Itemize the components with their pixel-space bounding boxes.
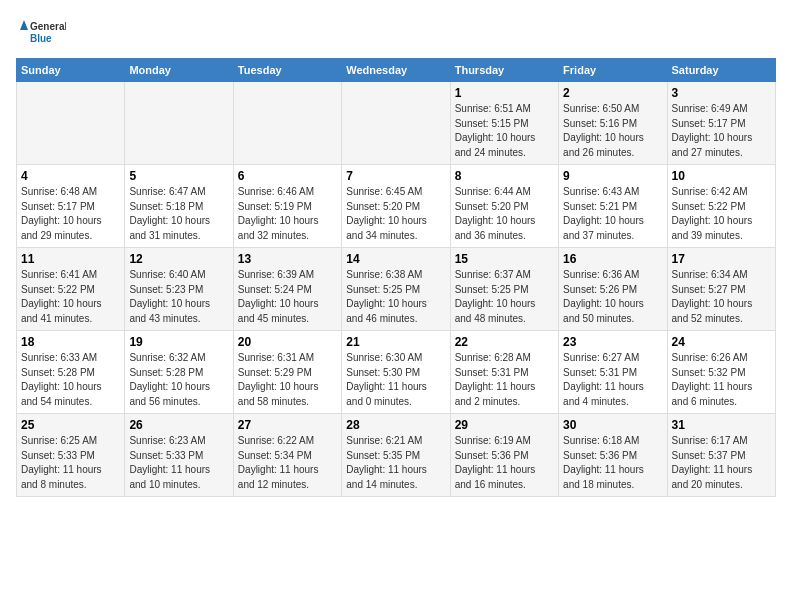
day-number: 23	[563, 335, 662, 349]
calendar-cell: 29Sunrise: 6:19 AMSunset: 5:36 PMDayligh…	[450, 414, 558, 497]
day-number: 13	[238, 252, 337, 266]
day-number: 16	[563, 252, 662, 266]
calendar-cell	[233, 82, 341, 165]
day-number: 25	[21, 418, 120, 432]
day-info: Sunrise: 6:44 AMSunset: 5:20 PMDaylight:…	[455, 185, 554, 243]
calendar-cell: 19Sunrise: 6:32 AMSunset: 5:28 PMDayligh…	[125, 331, 233, 414]
header-cell-sunday: Sunday	[17, 59, 125, 82]
header-cell-tuesday: Tuesday	[233, 59, 341, 82]
day-info: Sunrise: 6:28 AMSunset: 5:31 PMDaylight:…	[455, 351, 554, 409]
day-info: Sunrise: 6:38 AMSunset: 5:25 PMDaylight:…	[346, 268, 445, 326]
day-info: Sunrise: 6:46 AMSunset: 5:19 PMDaylight:…	[238, 185, 337, 243]
calendar-cell: 21Sunrise: 6:30 AMSunset: 5:30 PMDayligh…	[342, 331, 450, 414]
day-info: Sunrise: 6:49 AMSunset: 5:17 PMDaylight:…	[672, 102, 771, 160]
day-number: 21	[346, 335, 445, 349]
calendar-cell: 24Sunrise: 6:26 AMSunset: 5:32 PMDayligh…	[667, 331, 775, 414]
week-row: 25Sunrise: 6:25 AMSunset: 5:33 PMDayligh…	[17, 414, 776, 497]
day-info: Sunrise: 6:22 AMSunset: 5:34 PMDaylight:…	[238, 434, 337, 492]
header-cell-wednesday: Wednesday	[342, 59, 450, 82]
svg-text:General: General	[30, 21, 66, 32]
day-number: 30	[563, 418, 662, 432]
day-number: 12	[129, 252, 228, 266]
calendar-cell	[342, 82, 450, 165]
day-number: 3	[672, 86, 771, 100]
day-number: 1	[455, 86, 554, 100]
day-info: Sunrise: 6:27 AMSunset: 5:31 PMDaylight:…	[563, 351, 662, 409]
day-number: 7	[346, 169, 445, 183]
day-info: Sunrise: 6:31 AMSunset: 5:29 PMDaylight:…	[238, 351, 337, 409]
day-info: Sunrise: 6:19 AMSunset: 5:36 PMDaylight:…	[455, 434, 554, 492]
calendar-cell: 27Sunrise: 6:22 AMSunset: 5:34 PMDayligh…	[233, 414, 341, 497]
logo-svg: General Blue	[16, 16, 66, 52]
day-number: 22	[455, 335, 554, 349]
calendar-cell: 2Sunrise: 6:50 AMSunset: 5:16 PMDaylight…	[559, 82, 667, 165]
day-number: 9	[563, 169, 662, 183]
day-info: Sunrise: 6:40 AMSunset: 5:23 PMDaylight:…	[129, 268, 228, 326]
day-number: 10	[672, 169, 771, 183]
header-cell-thursday: Thursday	[450, 59, 558, 82]
day-number: 4	[21, 169, 120, 183]
calendar-cell: 23Sunrise: 6:27 AMSunset: 5:31 PMDayligh…	[559, 331, 667, 414]
day-info: Sunrise: 6:23 AMSunset: 5:33 PMDaylight:…	[129, 434, 228, 492]
header-cell-monday: Monday	[125, 59, 233, 82]
calendar-cell: 31Sunrise: 6:17 AMSunset: 5:37 PMDayligh…	[667, 414, 775, 497]
calendar-cell: 11Sunrise: 6:41 AMSunset: 5:22 PMDayligh…	[17, 248, 125, 331]
calendar-cell: 22Sunrise: 6:28 AMSunset: 5:31 PMDayligh…	[450, 331, 558, 414]
svg-text:Blue: Blue	[30, 33, 52, 44]
day-number: 31	[672, 418, 771, 432]
calendar-cell: 28Sunrise: 6:21 AMSunset: 5:35 PMDayligh…	[342, 414, 450, 497]
calendar-body: 1Sunrise: 6:51 AMSunset: 5:15 PMDaylight…	[17, 82, 776, 497]
day-number: 17	[672, 252, 771, 266]
calendar-table: SundayMondayTuesdayWednesdayThursdayFrid…	[16, 58, 776, 497]
calendar-cell: 7Sunrise: 6:45 AMSunset: 5:20 PMDaylight…	[342, 165, 450, 248]
calendar-cell: 13Sunrise: 6:39 AMSunset: 5:24 PMDayligh…	[233, 248, 341, 331]
day-number: 19	[129, 335, 228, 349]
calendar-cell: 9Sunrise: 6:43 AMSunset: 5:21 PMDaylight…	[559, 165, 667, 248]
calendar-cell: 15Sunrise: 6:37 AMSunset: 5:25 PMDayligh…	[450, 248, 558, 331]
day-info: Sunrise: 6:50 AMSunset: 5:16 PMDaylight:…	[563, 102, 662, 160]
day-number: 20	[238, 335, 337, 349]
day-info: Sunrise: 6:37 AMSunset: 5:25 PMDaylight:…	[455, 268, 554, 326]
day-info: Sunrise: 6:48 AMSunset: 5:17 PMDaylight:…	[21, 185, 120, 243]
calendar-cell: 18Sunrise: 6:33 AMSunset: 5:28 PMDayligh…	[17, 331, 125, 414]
header-cell-friday: Friday	[559, 59, 667, 82]
week-row: 18Sunrise: 6:33 AMSunset: 5:28 PMDayligh…	[17, 331, 776, 414]
calendar-cell: 1Sunrise: 6:51 AMSunset: 5:15 PMDaylight…	[450, 82, 558, 165]
calendar-header: SundayMondayTuesdayWednesdayThursdayFrid…	[17, 59, 776, 82]
day-info: Sunrise: 6:17 AMSunset: 5:37 PMDaylight:…	[672, 434, 771, 492]
week-row: 4Sunrise: 6:48 AMSunset: 5:17 PMDaylight…	[17, 165, 776, 248]
calendar-cell: 25Sunrise: 6:25 AMSunset: 5:33 PMDayligh…	[17, 414, 125, 497]
calendar-cell: 12Sunrise: 6:40 AMSunset: 5:23 PMDayligh…	[125, 248, 233, 331]
calendar-cell: 8Sunrise: 6:44 AMSunset: 5:20 PMDaylight…	[450, 165, 558, 248]
day-info: Sunrise: 6:51 AMSunset: 5:15 PMDaylight:…	[455, 102, 554, 160]
day-number: 28	[346, 418, 445, 432]
calendar-cell: 6Sunrise: 6:46 AMSunset: 5:19 PMDaylight…	[233, 165, 341, 248]
day-info: Sunrise: 6:47 AMSunset: 5:18 PMDaylight:…	[129, 185, 228, 243]
calendar-cell: 16Sunrise: 6:36 AMSunset: 5:26 PMDayligh…	[559, 248, 667, 331]
day-info: Sunrise: 6:42 AMSunset: 5:22 PMDaylight:…	[672, 185, 771, 243]
day-info: Sunrise: 6:39 AMSunset: 5:24 PMDaylight:…	[238, 268, 337, 326]
day-number: 8	[455, 169, 554, 183]
day-number: 15	[455, 252, 554, 266]
calendar-cell: 10Sunrise: 6:42 AMSunset: 5:22 PMDayligh…	[667, 165, 775, 248]
logo: General Blue	[16, 16, 66, 52]
header-cell-saturday: Saturday	[667, 59, 775, 82]
day-number: 5	[129, 169, 228, 183]
day-info: Sunrise: 6:25 AMSunset: 5:33 PMDaylight:…	[21, 434, 120, 492]
day-info: Sunrise: 6:41 AMSunset: 5:22 PMDaylight:…	[21, 268, 120, 326]
day-number: 18	[21, 335, 120, 349]
day-number: 2	[563, 86, 662, 100]
calendar-cell: 20Sunrise: 6:31 AMSunset: 5:29 PMDayligh…	[233, 331, 341, 414]
header-row: SundayMondayTuesdayWednesdayThursdayFrid…	[17, 59, 776, 82]
day-info: Sunrise: 6:26 AMSunset: 5:32 PMDaylight:…	[672, 351, 771, 409]
week-row: 1Sunrise: 6:51 AMSunset: 5:15 PMDaylight…	[17, 82, 776, 165]
day-number: 27	[238, 418, 337, 432]
day-info: Sunrise: 6:43 AMSunset: 5:21 PMDaylight:…	[563, 185, 662, 243]
calendar-cell: 17Sunrise: 6:34 AMSunset: 5:27 PMDayligh…	[667, 248, 775, 331]
day-number: 29	[455, 418, 554, 432]
calendar-cell: 30Sunrise: 6:18 AMSunset: 5:36 PMDayligh…	[559, 414, 667, 497]
day-info: Sunrise: 6:32 AMSunset: 5:28 PMDaylight:…	[129, 351, 228, 409]
calendar-cell: 4Sunrise: 6:48 AMSunset: 5:17 PMDaylight…	[17, 165, 125, 248]
day-info: Sunrise: 6:34 AMSunset: 5:27 PMDaylight:…	[672, 268, 771, 326]
day-number: 26	[129, 418, 228, 432]
